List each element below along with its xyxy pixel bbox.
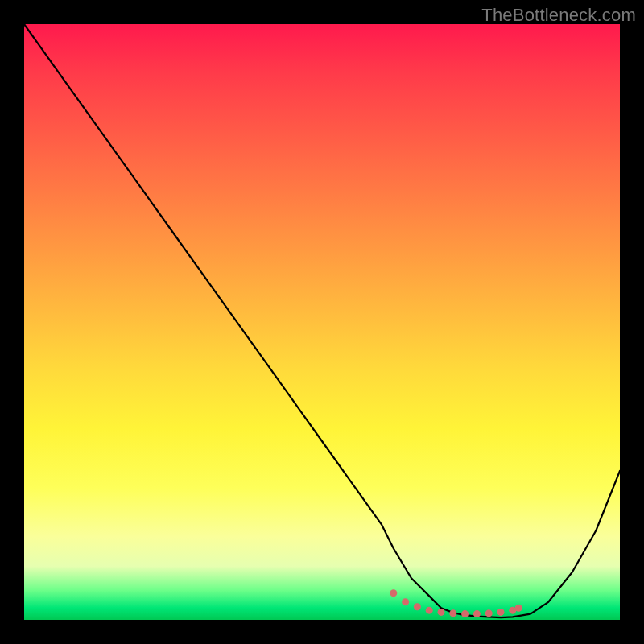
- valley-dot: [414, 603, 421, 610]
- valley-dots: [390, 589, 522, 617]
- chart-svg: [24, 24, 620, 620]
- chart-area: [24, 24, 620, 620]
- main-curve-line: [24, 24, 620, 617]
- valley-dot: [449, 609, 456, 617]
- valley-dot: [497, 609, 505, 616]
- watermark-text: TheBottleneck.com: [481, 5, 636, 26]
- valley-dot: [390, 589, 397, 597]
- valley-dot: [426, 607, 433, 614]
- valley-dot: [461, 610, 469, 617]
- valley-dot: [438, 609, 445, 616]
- valley-dot: [485, 609, 493, 617]
- valley-dot: [515, 605, 522, 612]
- valley-dot: [402, 598, 409, 605]
- valley-dot: [473, 610, 481, 617]
